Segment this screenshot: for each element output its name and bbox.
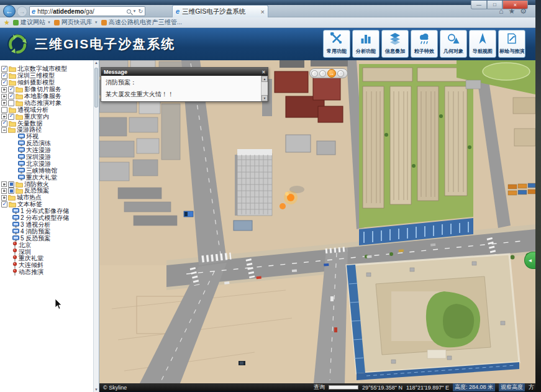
bookmark-icon [101, 20, 107, 25]
url-text[interactable]: http://atidedemo/ga/ [37, 8, 124, 15]
apartment-complex-east [359, 64, 473, 245]
screen-icon [12, 222, 19, 228]
toolbar-button-label: 标绘与推演 [499, 48, 524, 55]
screen-icon [12, 215, 19, 221]
expand-icon[interactable] [1, 181, 7, 187]
web-slice-icon [54, 20, 60, 25]
minimize-button[interactable]: — [471, 1, 487, 9]
window-top-border [0, 0, 535, 5]
toolbar-button-plot[interactable]: 标绘与推演 [498, 30, 525, 58]
toolbar-button-particle[interactable]: 粒子特效 [411, 30, 438, 58]
tree-item[interactable]: 重庆礼堂 [0, 255, 99, 262]
refresh-icon[interactable]: ↻ [138, 8, 143, 14]
pin-icon [12, 242, 17, 248]
address-bar[interactable]: e http://atidedemo/ga/ ▼ ↻ [29, 6, 145, 16]
expand-icon[interactable] [1, 87, 7, 93]
ie-icon: e [32, 8, 35, 15]
toolbar-button-bar-chart[interactable]: 分析功能 [352, 30, 380, 58]
tree-item[interactable]: 通视域分析 [0, 106, 99, 113]
browser-tab[interactable]: e 三维GIS电子沙盘系统 × [172, 5, 268, 17]
tree-item-label: 动态推演 [19, 268, 43, 276]
tree-item[interactable]: 漫游路径 [0, 127, 99, 134]
toolbar-button-navigation[interactable]: 导航视图 [469, 30, 496, 58]
tree-item[interactable]: 北京 [0, 242, 99, 248]
screen-icon [18, 154, 25, 160]
scroll-down-icon[interactable]: ▼ [94, 388, 99, 391]
checkbox[interactable] [1, 107, 7, 113]
checkbox[interactable] [8, 93, 14, 99]
scroll-down-icon[interactable]: ▼ [261, 95, 268, 101]
checkbox[interactable] [1, 121, 7, 127]
checkbox[interactable] [8, 114, 14, 120]
checkbox[interactable] [8, 188, 14, 194]
favorite-item-suggested-sites[interactable]: 建议网站 ▼ [13, 18, 51, 27]
folder-icon [8, 194, 16, 201]
status-bar: © Skyline 查询 29°55'19.358" N 118°21'19.8… [99, 383, 535, 392]
scrollbar-thumb[interactable] [94, 68, 98, 107]
playback-play-button[interactable]: → [327, 69, 336, 78]
back-button[interactable]: ← [3, 5, 16, 17]
toolbar-button-label: 导航视图 [473, 48, 493, 55]
tree-item[interactable]: 重庆大礼堂 [0, 174, 99, 181]
courtyard-building [347, 254, 519, 380]
message-popup[interactable]: Message × 消防预案： 某大厦发生重大火情！！ ▲ ▼ [101, 67, 268, 102]
close-icon[interactable]: × [262, 69, 265, 75]
view-height-label: 观察高度 [499, 383, 525, 391]
tree-item[interactable]: 动态推演 [0, 269, 99, 276]
toolbar-button-geometry[interactable]: 几何对象 [440, 30, 467, 58]
scroll-up-icon[interactable]: ▲ [261, 76, 268, 82]
tree-item[interactable]: 城市热点 [0, 194, 99, 201]
expand-icon[interactable] [1, 188, 7, 194]
checkbox[interactable] [8, 100, 14, 106]
forward-button[interactable]: → [17, 6, 27, 17]
expand-icon[interactable] [1, 94, 7, 99]
favorite-item-highway[interactable]: 高速公路机电资产三维管... [101, 18, 182, 27]
folder-icon [16, 86, 23, 93]
playback-next-button[interactable]: ○ [337, 70, 344, 77]
home-icon[interactable]: ⌂ [499, 7, 503, 16]
message-line-2: 某大厦发生重大火情！！ [101, 87, 268, 99]
favorite-item-web-slice[interactable]: 网页快讯库 ▼ [54, 18, 98, 27]
checkbox[interactable] [1, 201, 7, 207]
playback-stop-button[interactable]: ○ [319, 70, 326, 77]
address-dropdown-icon[interactable]: ▼ [133, 9, 137, 13]
favorites-icon[interactable]: ★ [508, 7, 515, 16]
folder-icon [9, 121, 16, 127]
folder-icon [16, 181, 23, 188]
tree-item[interactable]: 重庆室内 [0, 113, 99, 120]
scroll-up-icon[interactable]: ▲ [94, 61, 99, 65]
panel-scrollbar[interactable]: ▲ ▼ [93, 60, 99, 392]
tree-item[interactable]: 动态推演对象 [0, 99, 99, 106]
tree-item[interactable]: 大连倾斜 [0, 262, 99, 269]
playback-prev-button[interactable]: ○ [311, 70, 318, 77]
screen-icon [18, 140, 25, 147]
tab-close-icon[interactable]: × [261, 8, 265, 16]
collapse-icon[interactable] [1, 127, 7, 133]
toolbar-button-layers[interactable]: 信息叠加 [381, 30, 409, 58]
screen-icon [18, 168, 25, 174]
folder-icon [9, 66, 16, 72]
expand-icon[interactable] [1, 195, 7, 201]
latitude-value: 29°55'19.358" N [362, 385, 402, 391]
expand-icon[interactable] [1, 114, 7, 119]
message-popup-titlebar[interactable]: Message × [101, 68, 268, 76]
screen-icon [18, 161, 25, 167]
expand-icon[interactable] [1, 100, 7, 106]
tree-item[interactable]: 5 反恐预案 [0, 235, 99, 242]
message-scrollbar[interactable]: ▲ ▼ [261, 76, 268, 101]
map-3d-view[interactable]: Message × 消防预案： 某大厦发生重大火情！！ ▲ ▼ ○ ○ → ○ … [99, 60, 535, 392]
tree-item[interactable]: 消防救火 [0, 181, 99, 188]
settings-gear-icon[interactable]: ⚙ [520, 7, 527, 16]
toolbar-button-tools[interactable]: 常用功能 [323, 30, 350, 58]
search-icon[interactable] [127, 9, 131, 14]
checkbox[interactable] [8, 181, 14, 188]
add-favorite-icon[interactable]: ★ [4, 19, 10, 27]
toolbar-button-label: 粒子特效 [414, 48, 434, 55]
main-toolbar: 常用功能分析功能信息叠加粒子特效几何对象导航视图标绘与推演 [323, 30, 525, 58]
folder-icon [9, 201, 16, 207]
browser-nav-bar: ← → e http://atidedemo/ga/ ▼ ↻ e 三维GIS电子… [0, 5, 535, 17]
tree-item[interactable]: 反恐预案 [0, 188, 99, 194]
checkbox[interactable] [1, 80, 7, 86]
tree-item[interactable]: 矢量数据 [0, 120, 99, 127]
tree-item[interactable]: 深圳 [0, 248, 99, 255]
